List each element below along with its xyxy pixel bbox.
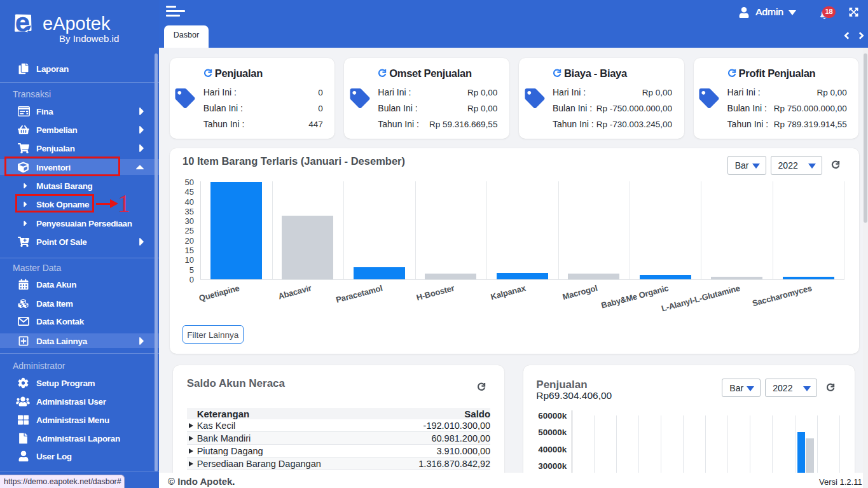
svg-text:e: e xyxy=(15,13,30,33)
